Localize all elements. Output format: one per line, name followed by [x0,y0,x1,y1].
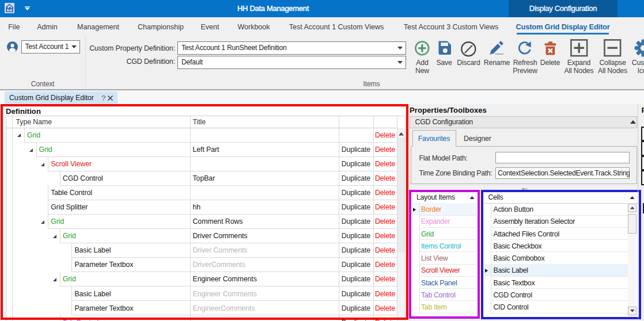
svg-text:HH: HH [6,6,13,12]
